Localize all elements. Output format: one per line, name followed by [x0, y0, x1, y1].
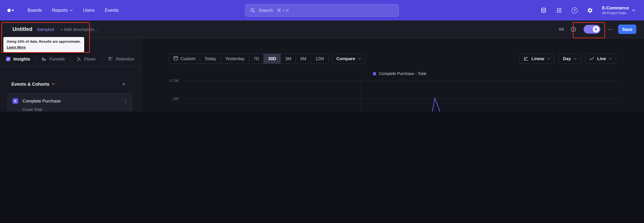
nav-item-events[interactable]: Events [105, 8, 119, 13]
tab-insights[interactable]: Insights [0, 52, 36, 66]
search-input[interactable]: Search ⌘ + K [245, 4, 399, 17]
compare-button[interactable]: Compare [332, 53, 366, 64]
event-card[interactable]: A Complete Purchase ⋮ Count Total [8, 93, 132, 112]
events-cohorts-label[interactable]: Events & Cohorts [12, 81, 55, 86]
logo-dot-icon [12, 10, 14, 11]
chevron-down-icon [632, 9, 635, 12]
range-custom[interactable]: Custom [169, 54, 200, 64]
chevron-down-icon [609, 58, 612, 60]
range-today[interactable]: Today [200, 54, 220, 64]
add-description-field[interactable]: + Add description... [60, 27, 98, 32]
report-canvas: 02,5005,0007,50010K12.5K15K17.5KMar 2Mar… [141, 38, 644, 112]
tab-flows[interactable]: Flows [70, 52, 102, 66]
more-options-button[interactable]: ⋯ [608, 26, 613, 32]
date-range-group: CustomTodayYesterday7D30D3M6M12M [169, 53, 329, 64]
report-tabs: InsightsFunnelsFlowsRetention [0, 52, 141, 67]
event-name: Complete Purchase [22, 98, 61, 103]
search-shortcut: ⌘ + K [277, 8, 289, 13]
project-switcher[interactable]: E-Commerce All Project Data [602, 5, 635, 15]
legend-swatch [373, 72, 376, 75]
bolt-icon [593, 26, 600, 33]
report-header: Untitled Sampled + Add description... ⋯ … [0, 21, 644, 38]
nav-menu: BoardsReportsUsersEvents [28, 8, 118, 13]
range-6m[interactable]: 6M [296, 54, 311, 64]
retention-icon [108, 56, 113, 61]
range-3m[interactable]: 3M [280, 54, 296, 64]
range-yesterday[interactable]: Yesterday [220, 54, 249, 64]
svg-text:17.5K: 17.5K [170, 79, 179, 82]
range-12m[interactable]: 12M [311, 54, 328, 64]
help-icon[interactable]: ? [571, 7, 578, 14]
sampled-badge[interactable]: Sampled [37, 27, 54, 32]
save-button[interactable]: Save [618, 25, 636, 34]
tab-retention[interactable]: Retention [102, 52, 141, 66]
chevron-down-icon [547, 58, 550, 60]
line-chart-icon [590, 56, 594, 61]
nav-item-boards[interactable]: Boards [28, 8, 42, 13]
flash-compute-toggle[interactable] [584, 25, 600, 34]
clock-icon[interactable] [570, 26, 576, 33]
top-nav: BoardsReportsUsersEvents Search ⌘ + K ? … [0, 0, 644, 21]
range-30d[interactable]: 30D [264, 54, 280, 64]
legend-label: Complete Purchase - Total [379, 71, 426, 76]
funnels-icon [42, 56, 46, 61]
report-title[interactable]: Untitled [12, 26, 32, 32]
events-cohorts-header: Events & Cohorts + [0, 80, 141, 88]
app-window: BoardsReportsUsersEvents Search ⌘ + K ? … [0, 0, 644, 112]
flows-icon [76, 56, 82, 61]
chevron-down-icon [52, 83, 55, 85]
project-name: E-Commerce [602, 5, 629, 11]
nav-item-reports[interactable]: Reports [52, 8, 73, 13]
chart-type-dropdown[interactable]: Line [585, 53, 616, 64]
data-icon[interactable] [540, 7, 547, 14]
link-icon[interactable] [558, 26, 565, 33]
tooltip-text: Using 10% of data. Results are approxima… [7, 39, 81, 44]
gear-icon[interactable] [587, 7, 593, 14]
chart-legend[interactable]: Complete Purchase - Total [183, 71, 616, 76]
mixpanel-logo[interactable] [8, 9, 19, 12]
learn-more-link[interactable]: Learn More [7, 45, 26, 50]
scale-dropdown[interactable]: Linear [520, 53, 554, 64]
help-glyph: ? [572, 7, 578, 13]
event-letter-badge: A [12, 98, 18, 104]
tab-funnels[interactable]: Funnels [36, 52, 71, 66]
nav-item-users[interactable]: Users [83, 8, 95, 13]
nav-right-cluster: ? E-Commerce All Project Data [540, 5, 644, 15]
insights-icon [6, 56, 11, 61]
chevron-down-icon [574, 58, 577, 60]
range-7d[interactable]: 7D [249, 54, 264, 64]
sampling-tooltip: Using 10% of data. Results are approxima… [3, 37, 84, 52]
logo-dot-icon [8, 9, 11, 12]
search-placeholder: Search [258, 8, 273, 13]
granularity-dropdown[interactable]: Day [559, 53, 581, 64]
kebab-menu-icon[interactable]: ⋮ [123, 98, 128, 103]
apps-grid-icon[interactable] [556, 7, 562, 14]
chevron-down-icon [358, 58, 361, 60]
add-event-button[interactable]: + [121, 81, 127, 87]
project-scope: All Project Data [602, 11, 629, 15]
chevron-down-icon [70, 9, 73, 11]
svg-text:15K: 15K [172, 97, 179, 100]
calendar-icon [174, 56, 178, 61]
search-icon [250, 8, 255, 13]
linear-scale-icon [524, 56, 529, 61]
event-aggregation[interactable]: Count Total [22, 107, 42, 112]
